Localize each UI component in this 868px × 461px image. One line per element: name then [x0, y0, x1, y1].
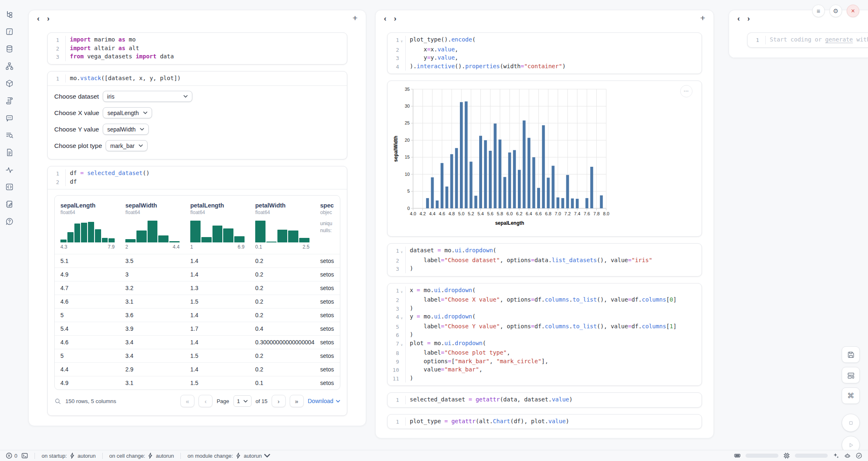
settings-button[interactable]: ⚙: [829, 5, 842, 17]
column-move-right-button[interactable]: ›: [394, 14, 396, 22]
search-icon[interactable]: [54, 398, 61, 405]
snippets-icon[interactable]: [4, 182, 15, 192]
code-line[interactable]: 10 value="mark_bar",: [388, 366, 702, 374]
code-line[interactable]: 7∨plot = mo.ui.dropdown(: [388, 339, 702, 349]
scratchpad-icon[interactable]: [4, 130, 15, 141]
page-select[interactable]: 1: [233, 395, 252, 407]
code-line[interactable]: 8 label="Choose plot type",: [388, 349, 702, 357]
code-line[interactable]: 1∨plot_type().encode(: [388, 36, 702, 46]
code-cell-vstack[interactable]: 1mo.vstack([dataset, x, y, plot]) Choose…: [47, 71, 347, 160]
code-editor[interactable]: 1∨dataset = mo.ui.dropdown(2 label="Choo…: [388, 244, 702, 276]
code-editor[interactable]: 1∨x = mo.ui.dropdown(2 label="Choose X v…: [388, 284, 702, 386]
packages-icon[interactable]: [4, 78, 15, 89]
code-cell-encode[interactable]: 1∨plot_type().encode(2 x=x.value,3 y=y.v…: [387, 32, 702, 74]
terminal-button[interactable]: [21, 452, 28, 459]
code-line[interactable]: 5 label="Choose Y value", options=df.col…: [388, 323, 702, 331]
code-line[interactable]: 4).interactive().properties(width="conta…: [388, 62, 702, 71]
code-line[interactable]: 11): [388, 374, 702, 383]
shutdown-button[interactable]: ×: [847, 5, 859, 17]
code-cell-plot-type[interactable]: 1plot_type = getattr(alt.Chart(df), plot…: [387, 414, 702, 429]
table-column-header[interactable]: petalLengthfloat6416.9: [190, 202, 255, 254]
code-line[interactable]: 1df = selected_dataset(): [48, 169, 347, 178]
code-line[interactable]: 9 options=["mark_bar", "mark_circle"],: [388, 357, 702, 366]
x-value-select[interactable]: sepalLength: [103, 107, 152, 118]
table-column-header[interactable]: sepalLengthfloat644.37.9: [60, 202, 125, 254]
code-editor[interactable]: 1import marimo as mo2import altair as al…: [48, 33, 347, 64]
code-line[interactable]: 2import altair as alt: [48, 44, 347, 53]
code-editor[interactable]: 1mo.vstack([dataset, x, y, plot]): [48, 71, 347, 86]
help-icon[interactable]: [4, 216, 15, 227]
dataset-select[interactable]: iris: [103, 91, 192, 102]
y-value-select[interactable]: sepalWidth: [103, 124, 149, 135]
column-move-left-button[interactable]: ‹: [384, 14, 386, 22]
ai-sparkles-button[interactable]: [833, 452, 839, 459]
code-line[interactable]: 3from vega_datasets import data: [48, 53, 347, 61]
code-line[interactable]: 3 y=y.value,: [388, 54, 702, 62]
layout-button[interactable]: [842, 367, 860, 383]
code-line[interactable]: 1plot_type = getattr(alt.Chart(df), plot…: [388, 417, 702, 426]
code-line[interactable]: 3): [388, 265, 702, 273]
file-tree-icon[interactable]: [4, 9, 15, 20]
menu-button[interactable]: ≡: [812, 5, 825, 17]
table-column-header[interactable]: specobjecuniqunulls:: [320, 202, 340, 254]
code-line[interactable]: 2df: [48, 178, 347, 187]
table-column-header[interactable]: sepalWidthfloat6424.4: [125, 202, 190, 254]
bar-chart[interactable]: 4.04.24.44.64.85.05.25.45.65.86.06.26.46…: [392, 84, 622, 231]
previous-page-button[interactable]: ‹: [199, 395, 212, 407]
add-cell-button[interactable]: +: [353, 13, 358, 23]
connection-status-button[interactable]: [856, 452, 862, 459]
code-editor[interactable]: 1selected_dataset = getattr(data, datase…: [388, 393, 702, 407]
save-button[interactable]: [842, 346, 860, 363]
code-editor[interactable]: 1plot_type = getattr(alt.Chart(df), plot…: [388, 415, 702, 429]
functions-icon[interactable]: f: [4, 26, 15, 37]
code-line[interactable]: 3): [388, 304, 702, 313]
errors-indicator[interactable]: 0: [6, 452, 17, 459]
code-line[interactable]: 2 label="Choose dataset", options=data.l…: [388, 256, 702, 265]
on-cell-change-setting[interactable]: on cell change: autorun: [109, 452, 174, 459]
code-placeholder[interactable]: Start coding or generate with: [765, 36, 868, 44]
column-move-left-button[interactable]: ‹: [737, 14, 740, 22]
add-cell-button[interactable]: +: [700, 13, 705, 23]
next-page-button[interactable]: ›: [272, 395, 286, 407]
code-line[interactable]: 2 x=x.value,: [388, 46, 702, 54]
empty-code-cell[interactable]: 1 Start coding or generate with: [747, 32, 868, 48]
keyboard-shortcuts-button[interactable]: ⌘: [842, 387, 860, 404]
code-cell-imports[interactable]: 1import marimo as mo2import altair as al…: [47, 32, 347, 65]
stop-button[interactable]: [842, 414, 860, 432]
logs-icon[interactable]: [4, 95, 15, 106]
code-editor[interactable]: 1df = selected_dataset()2df: [48, 166, 347, 189]
code-line[interactable]: 4∨y = mo.ui.dropdown(: [388, 313, 702, 323]
dependency-graph-icon[interactable]: [4, 61, 15, 71]
notebook-edit-icon[interactable]: [4, 199, 15, 210]
code-cell-selected-dataset[interactable]: 1selected_dataset = getattr(data, datase…: [387, 392, 702, 408]
first-page-button[interactable]: «: [180, 395, 194, 407]
plot-type-select[interactable]: mark_bar: [106, 140, 148, 151]
column-move-left-button[interactable]: ‹: [37, 14, 39, 22]
documentation-icon[interactable]: [4, 147, 15, 158]
code-line[interactable]: 1∨dataset = mo.ui.dropdown(: [388, 247, 702, 256]
code-line[interactable]: 1selected_dataset = getattr(data, datase…: [388, 396, 702, 404]
code-cell-dataset-dropdown[interactable]: 1∨dataset = mo.ui.dropdown(2 label="Choo…: [387, 243, 702, 277]
code-line[interactable]: 1import marimo as mo: [48, 36, 347, 44]
on-startup-setting[interactable]: on startup: autorun: [42, 452, 96, 459]
column-move-right-button[interactable]: ›: [47, 14, 49, 22]
chart-menu-button[interactable]: •••: [680, 85, 693, 97]
download-button[interactable]: Download: [308, 398, 340, 404]
generate-link[interactable]: generate: [825, 36, 853, 43]
assistant-button[interactable]: [844, 452, 851, 459]
table-column-header[interactable]: petalWidthfloat640.12.5: [255, 202, 320, 254]
code-line[interactable]: 1∨x = mo.ui.dropdown(: [388, 286, 702, 296]
code-line[interactable]: 6): [388, 331, 702, 339]
code-line[interactable]: 1mo.vstack([dataset, x, y, plot]): [48, 74, 347, 83]
code-editor[interactable]: 1∨plot_type().encode(2 x=x.value,3 y=y.v…: [388, 33, 702, 74]
database-icon[interactable]: [4, 44, 15, 54]
chat-icon[interactable]: [4, 113, 15, 123]
code-line[interactable]: 2 label="Choose X value", options=df.col…: [388, 296, 702, 304]
code-cell-df[interactable]: 1df = selected_dataset()2df sepalLengthf…: [47, 166, 347, 416]
tracing-icon[interactable]: [4, 164, 15, 175]
on-module-change-setting[interactable]: on module change: autorun: [187, 452, 270, 459]
code-cell-xy-plot-dropdowns[interactable]: 1∨x = mo.ui.dropdown(2 label="Choose X v…: [387, 283, 702, 386]
play-icon: [847, 441, 855, 449]
last-page-button[interactable]: »: [290, 395, 304, 407]
column-move-right-button[interactable]: ›: [747, 14, 750, 22]
